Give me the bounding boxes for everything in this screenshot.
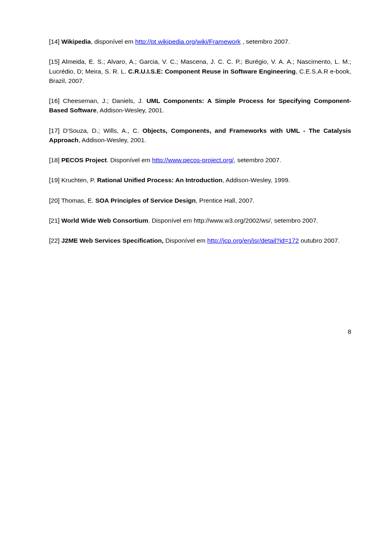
ref-suffix: , Prentice Hall, 2007. [196, 197, 254, 204]
reference-21: [21] World Wide Web Consortium. Disponív… [49, 216, 351, 225]
ref-title: SOA Principles of Service Design [95, 197, 196, 204]
page-number: 8 [49, 327, 351, 336]
ref-suffix: , Addison-Wesley, 1999. [223, 176, 290, 183]
ref-suffix: , Addison-Wesley, 2001. [96, 107, 164, 114]
ref-link[interactable]: http://jcp.org/en/jsr/detail?id=172 [207, 237, 298, 244]
ref-title: Wikipedia [61, 38, 91, 45]
reference-20: [20] Thomas, E. SOA Principles of Servic… [49, 196, 351, 205]
ref-suffix: , setembro 2007. [241, 38, 290, 45]
ref-prefix: [18] [49, 156, 61, 163]
ref-link[interactable]: http://pt.wikipedia.org/wiki/Framework [135, 38, 241, 45]
ref-prefix: [16] Cheeseman, J.; Daniels, J. [49, 97, 147, 104]
ref-prefix: [14] [49, 38, 61, 45]
reference-16: [16] Cheeseman, J.; Daniels, J. UML Comp… [49, 96, 351, 115]
ref-title: C.R.U.I.S.E: Component Reuse in Software… [128, 68, 296, 75]
ref-prefix: [21] [49, 217, 61, 224]
ref-suffix: , setembro 2007. [234, 156, 281, 163]
reference-18: [18] PECOS Project. Disponível em http:/… [49, 155, 351, 165]
ref-title: World Wide Web Consortium [61, 217, 148, 224]
reference-22: [22] J2ME Web Services Specification, Di… [49, 236, 351, 245]
ref-suffix: outubro 2007. [299, 237, 340, 244]
ref-prefix: [19] Kruchten, P. [49, 176, 97, 183]
ref-suffix: . Disponível em http://www.w3.org/2002/w… [148, 217, 318, 224]
ref-mid: , disponível em [91, 38, 135, 45]
reference-19: [19] Kruchten, P. Rational Unified Proce… [49, 175, 351, 185]
reference-14: [14] Wikipedia, disponível em http://pt.… [49, 37, 351, 46]
ref-link[interactable]: http://www.pecos-project.org/ [152, 156, 234, 163]
reference-17: [17] D'Souza, D.; Wills, A., C. Objects,… [49, 126, 351, 145]
ref-prefix: [17] D'Souza, D.; Wills, A., C. [49, 127, 143, 134]
ref-title: Rational Unified Process: An Introductio… [97, 176, 223, 183]
ref-suffix: , Addison-Wesley, 2001. [78, 136, 146, 143]
ref-title: PECOS Project [61, 156, 107, 163]
ref-prefix: [20] Thomas, E. [49, 197, 95, 204]
ref-mid: . Disponível em [107, 156, 152, 163]
reference-15: [15] Almeida, E. S.; Alvaro, A.; Garcia,… [49, 57, 351, 85]
ref-title: J2ME Web Services Specification, [61, 237, 163, 244]
ref-prefix: [22] [49, 237, 61, 244]
ref-mid: Disponível em [164, 237, 207, 244]
